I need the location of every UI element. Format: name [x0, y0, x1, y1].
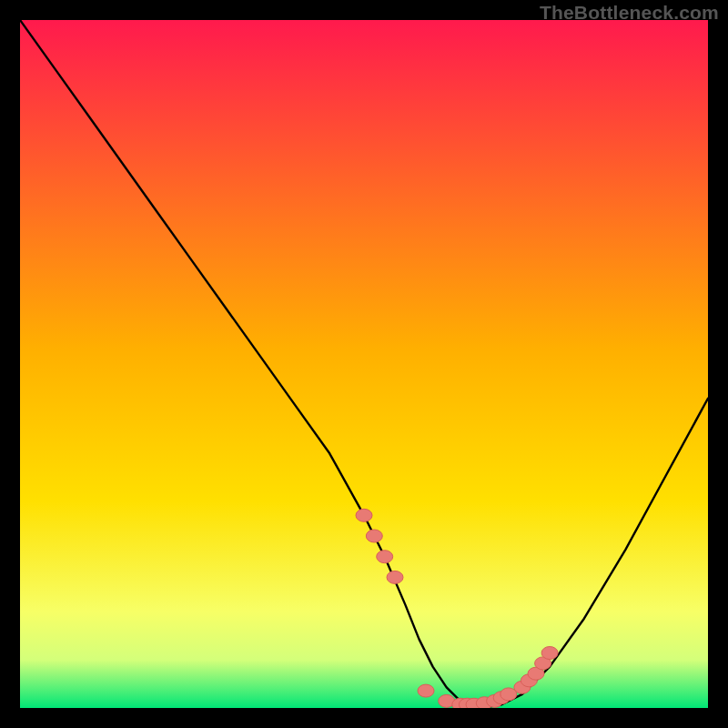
chart-frame: { "watermark": "TheBottleneck.com", "col…	[0, 0, 728, 728]
plot-area	[20, 20, 708, 708]
marker-point	[541, 647, 558, 660]
marker-point	[387, 571, 403, 583]
marker-point	[366, 530, 382, 542]
gradient-background	[20, 20, 708, 708]
marker-point	[356, 509, 372, 521]
marker-point	[418, 684, 434, 697]
marker-point	[377, 551, 393, 563]
chart-svg	[20, 20, 708, 708]
